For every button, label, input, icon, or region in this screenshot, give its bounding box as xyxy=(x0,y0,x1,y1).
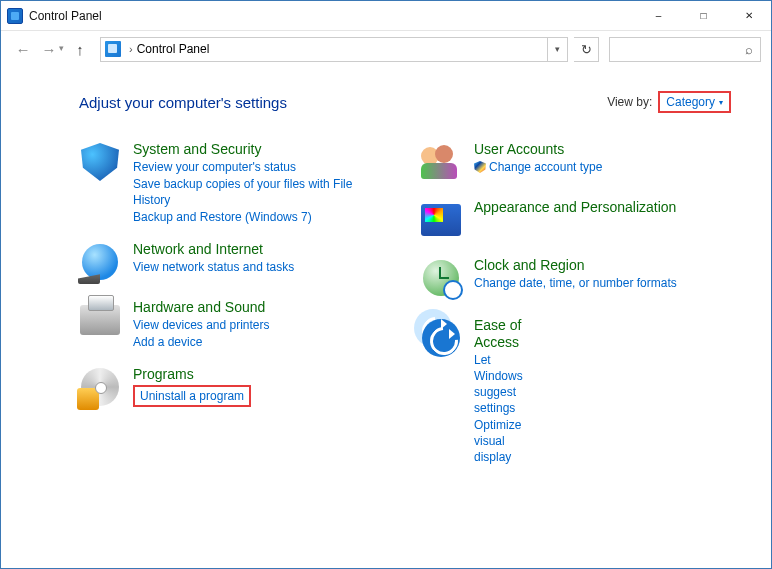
control-panel-icon xyxy=(7,8,23,24)
category-columns: System and Security Review your computer… xyxy=(79,135,731,418)
ease-of-access-icon xyxy=(420,317,462,359)
link-optimize-display[interactable]: Optimize visual display xyxy=(474,417,523,465)
link-change-account-type-text: Change account type xyxy=(489,160,602,174)
category-network: Network and Internet View network status… xyxy=(79,235,390,293)
category-programs: Programs Uninstall a program xyxy=(79,360,390,418)
page-heading: Adjust your computer's settings xyxy=(79,94,287,111)
link-network-status[interactable]: View network status and tasks xyxy=(133,259,294,275)
nav-row: ← → ▾ ↑ › Control Panel ▾ ↻ ⌕ xyxy=(1,31,771,67)
left-column: System and Security Review your computer… xyxy=(79,135,390,418)
address-icon xyxy=(105,41,121,57)
link-suggest-settings[interactable]: Let Windows suggest settings xyxy=(474,352,523,416)
link-add-device[interactable]: Add a device xyxy=(133,334,270,350)
link-change-account-type[interactable]: Change account type xyxy=(474,159,602,175)
search-box[interactable]: ⌕ xyxy=(609,37,761,62)
refresh-button[interactable]: ↻ xyxy=(574,37,599,62)
globe-icon xyxy=(79,241,121,283)
network-title[interactable]: Network and Internet xyxy=(133,241,294,258)
address-dropdown[interactable]: ▾ xyxy=(547,38,567,61)
window-title: Control Panel xyxy=(29,9,102,23)
link-backup-restore[interactable]: Backup and Restore (Windows 7) xyxy=(133,209,390,225)
programs-title[interactable]: Programs xyxy=(133,366,251,383)
close-button[interactable]: ✕ xyxy=(726,1,771,30)
titlebar: Control Panel – □ ✕ xyxy=(1,1,771,31)
history-dropdown[interactable]: ▾ xyxy=(59,43,64,53)
viewby-value: Category xyxy=(666,95,715,109)
viewby-dropdown[interactable]: Category ▾ xyxy=(658,91,731,113)
forward-button[interactable]: → xyxy=(37,37,61,61)
link-review-status[interactable]: Review your computer's status xyxy=(133,159,390,175)
link-file-history[interactable]: Save backup copies of your files with Fi… xyxy=(133,176,390,208)
minimize-button[interactable]: – xyxy=(636,1,681,30)
shield-icon xyxy=(79,141,121,183)
appearance-title[interactable]: Appearance and Personalization xyxy=(474,199,676,216)
content: Adjust your computer's settings View by:… xyxy=(1,67,771,418)
viewby-group: View by: Category ▾ xyxy=(607,91,731,113)
clock-icon xyxy=(420,257,462,299)
heading-row: Adjust your computer's settings View by:… xyxy=(79,91,731,113)
category-appearance: Appearance and Personalization xyxy=(420,193,731,251)
link-devices-printers[interactable]: View devices and printers xyxy=(133,317,270,333)
category-system-security: System and Security Review your computer… xyxy=(79,135,390,235)
palette-icon xyxy=(420,199,462,241)
category-hardware: Hardware and Sound View devices and prin… xyxy=(79,293,390,360)
category-user-accounts: User Accounts Change account type xyxy=(420,135,731,193)
right-column: User Accounts Change account type Appear… xyxy=(420,135,731,418)
user-accounts-title[interactable]: User Accounts xyxy=(474,141,602,158)
hardware-title[interactable]: Hardware and Sound xyxy=(133,299,270,316)
category-ease-of-access[interactable]: Ease of Access Let Windows suggest setti… xyxy=(414,309,452,347)
breadcrumb-root[interactable]: Control Panel xyxy=(137,42,210,56)
highlight-uninstall: Uninstall a program xyxy=(133,385,251,407)
chevron-down-icon: ▾ xyxy=(719,98,723,107)
printer-icon xyxy=(79,299,121,341)
cd-icon xyxy=(79,366,121,408)
back-button[interactable]: ← xyxy=(11,37,35,61)
address-bar[interactable]: › Control Panel ▾ xyxy=(100,37,568,62)
maximize-button[interactable]: □ xyxy=(681,1,726,30)
uac-shield-icon xyxy=(474,161,486,173)
clock-region-title[interactable]: Clock and Region xyxy=(474,257,677,274)
ease-of-access-title[interactable]: Ease of Access xyxy=(474,317,523,351)
search-input[interactable] xyxy=(610,38,760,61)
link-change-date-time[interactable]: Change date, time, or number formats xyxy=(474,275,677,291)
link-uninstall-program[interactable]: Uninstall a program xyxy=(140,389,244,403)
system-security-title[interactable]: System and Security xyxy=(133,141,390,158)
up-button[interactable]: ↑ xyxy=(68,37,92,61)
breadcrumb-sep: › xyxy=(129,43,133,55)
search-icon[interactable]: ⌕ xyxy=(741,42,756,57)
viewby-label: View by: xyxy=(607,95,652,109)
users-icon xyxy=(420,141,462,183)
category-clock-region: Clock and Region Change date, time, or n… xyxy=(420,251,731,309)
window-buttons: – □ ✕ xyxy=(636,1,771,30)
